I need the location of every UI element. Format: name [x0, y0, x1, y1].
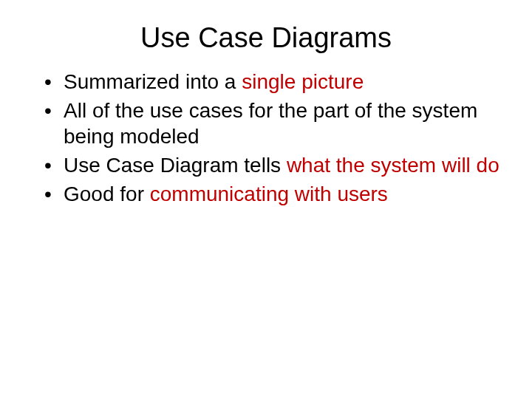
bullet-text-emphasis: single picture [242, 70, 364, 93]
bullet-text-pre: Good for [64, 183, 150, 205]
list-item: All of the use cases for the part of the… [44, 98, 510, 149]
bullet-text-pre: All of the use cases for the part of the… [64, 99, 477, 148]
bullet-text-pre: Use Case Diagram tells [64, 154, 287, 177]
bullet-text-pre: Summarized into a [64, 70, 242, 93]
bullet-text-emphasis: communicating with users [150, 183, 388, 205]
list-item: Use Case Diagram tells what the system w… [44, 152, 510, 178]
list-item: Good for communicating with users [44, 181, 510, 207]
bullet-text-emphasis: what the system will do [287, 154, 499, 177]
list-item: Summarized into a single picture [44, 69, 510, 95]
slide-title: Use Case Diagrams [22, 22, 510, 54]
bullet-list: Summarized into a single picture All of … [22, 69, 510, 207]
